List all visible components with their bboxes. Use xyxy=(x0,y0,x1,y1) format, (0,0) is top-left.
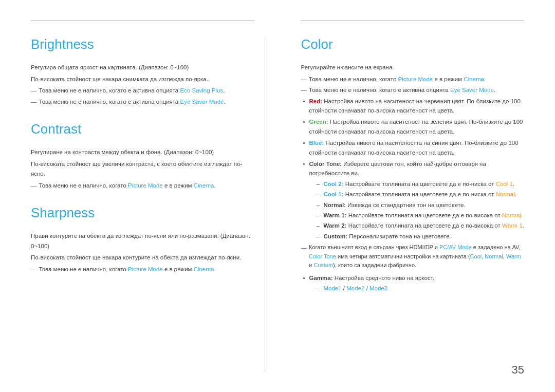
mode2-link: Mode2 xyxy=(346,285,364,291)
bullet-blue: Blue: Настройва нивото на наситеността н… xyxy=(303,138,525,157)
page-container: Brightness Регулира общата яркост на кар… xyxy=(0,0,555,392)
subitem-warm2: Warm 2: Настройвате топлината на цветове… xyxy=(317,221,525,230)
contrast-body: Регулиране на контраста между обекта и ф… xyxy=(31,147,254,191)
brightness-body: Регулира общата яркост на картината. (Ди… xyxy=(31,63,254,107)
sharpness-body: Прави контурите на обекта да изглеждат п… xyxy=(31,231,254,274)
subitem-warm1: Warm 1: Настройвате топлината на цветове… xyxy=(317,211,525,220)
color-section: Color Регулирайте нюансите на екрана. ― … xyxy=(301,36,525,293)
normal-link2: Normal xyxy=(502,212,521,218)
mode1-link: Mode1 xyxy=(324,285,342,291)
dash-icon5: ― xyxy=(301,74,307,85)
color-intro: Регулирайте нюансите на екрана. xyxy=(301,63,525,73)
color-note1: ― Това меню не е налично, когато Picture… xyxy=(301,74,525,85)
warm1-label: Warm 1: xyxy=(324,212,347,218)
color-note2-text: Това меню не е налично, когато е активна… xyxy=(309,85,495,96)
cool2-label: Cool 2: xyxy=(324,181,344,187)
gamma-bullet-list: Gamma: Настройва средното ниво на яркост… xyxy=(301,273,525,293)
bullet-gamma: Gamma: Настройва средното ниво на яркост… xyxy=(303,273,525,293)
color-body: Регулирайте нюансите на екрана. ― Това м… xyxy=(301,63,525,293)
sharpness-line2: По-високата стойност ще накара контурите… xyxy=(31,253,254,263)
picture-mode-link2: Picture Mode xyxy=(128,266,163,272)
gamma-label: Gamma: xyxy=(309,275,333,281)
bullet-color-tone: Color Tone: Изберете цветови тон, който … xyxy=(303,159,525,241)
subitem-normal: Normal: Извежда се стандартния тон на цв… xyxy=(317,200,525,210)
picture-mode-link3: Picture Mode xyxy=(398,76,433,82)
bullet-red: Red: Настройва нивото на наситеност на ч… xyxy=(303,97,525,116)
subitem-custom: Custom: Персонализирате тона на цветовет… xyxy=(317,232,525,241)
dash-icon6: ― xyxy=(301,85,307,96)
eco-saving-link: Eco Saving Plus xyxy=(180,87,223,94)
brightness-line1: Регулира общата яркост на картината. (Ди… xyxy=(31,63,254,73)
brightness-line2: По-високата стойност ще накара снимката … xyxy=(31,74,254,85)
subitem-cool1: Cool 1: Настройвате топлината на цветове… xyxy=(317,190,525,199)
contrast-note: ― Това меню не е налично, когато Picture… xyxy=(31,181,254,191)
color-title: Color xyxy=(301,36,525,55)
blue-label: Blue: xyxy=(309,140,324,146)
sharpness-note: ― Това меню не е налично, когато Picture… xyxy=(31,265,254,275)
contrast-title: Contrast xyxy=(31,121,254,140)
gamma-sublist: Mode1 / Mode2 / Mode3 xyxy=(309,284,525,293)
dash-icon3: ― xyxy=(31,181,37,191)
cool1-label: Cool 1: xyxy=(324,191,344,197)
contrast-line1: Регулиране на контраста между обекта и ф… xyxy=(31,147,254,158)
warm1-link: Warm 1 xyxy=(502,222,523,229)
sharpness-note-text: Това меню не е налично, когато Picture M… xyxy=(39,265,216,275)
cinema-link1: Cinema xyxy=(194,182,214,189)
brightness-note1: ― Това меню не е налично, когато е актив… xyxy=(31,86,254,96)
normal-link1: Normal xyxy=(496,191,515,197)
warm-link: Warm xyxy=(506,253,521,259)
cool-link: Cool xyxy=(470,253,482,259)
brightness-note2-text: Това меню не е налично, когато е активна… xyxy=(39,97,226,107)
picture-mode-link1: Picture Mode xyxy=(128,182,163,189)
brightness-section: Brightness Регулира общата яркост на кар… xyxy=(31,36,254,107)
bullet-green: Green: Настройва нивото на наситеност на… xyxy=(303,117,525,136)
cinema-link3: Cinema xyxy=(464,76,484,82)
subitem-cool2: Cool 2: Настройвате топлината на цветове… xyxy=(317,179,525,189)
sharpness-title: Sharpness xyxy=(31,205,254,224)
left-column: Brightness Регулира общата яркост на кар… xyxy=(31,36,265,371)
page-number: 35 xyxy=(512,363,524,377)
pcav-mode-link: PC/AV Mode xyxy=(439,244,472,250)
contrast-section: Contrast Регулиране на контраста между о… xyxy=(31,121,254,191)
cinema-link2: Cinema xyxy=(194,266,214,272)
subitem-modes: Mode1 / Mode2 / Mode3 xyxy=(317,284,525,293)
color-note1-text: Това меню не е налично, когато Picture M… xyxy=(309,74,486,85)
dash-icon7: ― xyxy=(301,243,307,253)
top-dividers xyxy=(31,21,524,21)
mode3-link: Mode3 xyxy=(369,285,387,291)
normal-link3: Normal xyxy=(485,253,503,259)
color-tone-note-text: Когато външният вход е свързан чрез HDMI… xyxy=(309,243,524,270)
cool1-link: Cool 1 xyxy=(496,181,513,187)
brightness-note1-text: Това меню не е налично, когато е активна… xyxy=(39,86,225,96)
color-tone-link: Color Tone xyxy=(309,253,336,259)
color-tone-sublist: Cool 2: Настройвате топлината на цветове… xyxy=(309,179,525,241)
dash-icon: ― xyxy=(31,86,37,96)
right-column: Color Регулирайте нюансите на екрана. ― … xyxy=(296,36,525,371)
contrast-line2: По-високата стойност ще увеличи контраст… xyxy=(31,159,254,179)
dash-icon4: ― xyxy=(31,265,37,275)
red-label: Red: xyxy=(309,98,323,104)
warm2-label: Warm 2: xyxy=(324,222,347,229)
color-tone-label: Color Tone: xyxy=(309,161,342,167)
brightness-note2: ― Това меню не е налично, когато е актив… xyxy=(31,97,254,107)
dash-icon2: ― xyxy=(31,97,37,107)
contrast-note-text: Това меню не е налично, когато Picture M… xyxy=(39,181,216,191)
color-note2: ― Това меню не е налично, когато е актив… xyxy=(301,85,525,96)
custom-link: Custom xyxy=(313,262,333,268)
eye-saver-link2: Eye Saver Mode xyxy=(450,87,494,93)
sharpness-line1: Прави контурите на обекта да изглеждат п… xyxy=(31,231,254,251)
color-tone-note: ― Когато външният вход е свързан чрез HD… xyxy=(301,243,525,270)
color-bullet-list: Red: Настройва нивото на наситеност на ч… xyxy=(301,97,525,241)
brightness-title: Brightness xyxy=(31,36,254,55)
right-divider xyxy=(301,21,524,21)
normal-label: Normal: xyxy=(324,202,346,208)
main-columns: Brightness Регулира общата яркост на кар… xyxy=(31,36,524,371)
eye-saver-link: Eye Saver Mode xyxy=(180,99,224,105)
custom-label: Custom: xyxy=(324,233,348,239)
sharpness-section: Sharpness Прави контурите на обекта да и… xyxy=(31,205,254,274)
left-divider xyxy=(31,21,254,21)
green-label: Green: xyxy=(309,119,328,125)
